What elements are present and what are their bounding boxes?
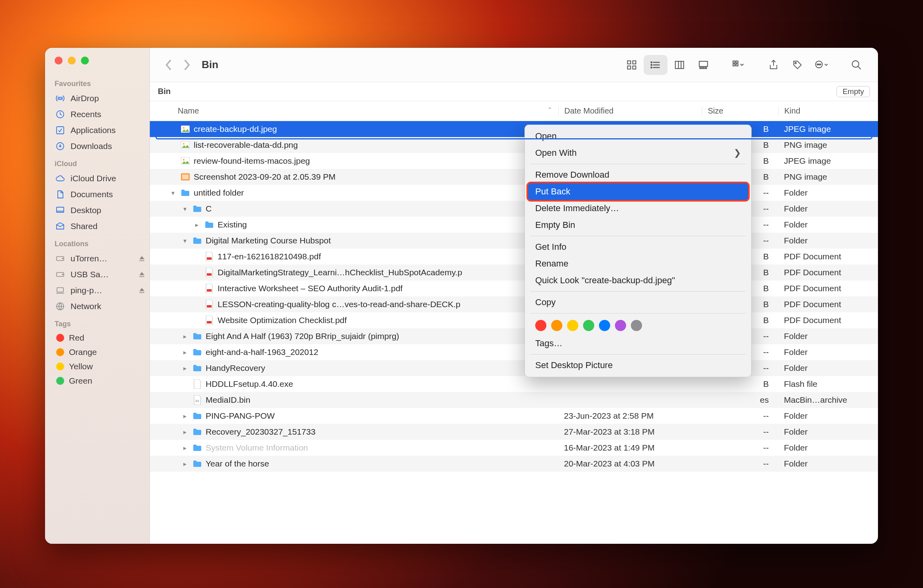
file-row[interactable]: ▸HandyRecovery--Folder <box>150 360 878 376</box>
disk-icon <box>55 269 66 280</box>
ctx-rename[interactable]: Rename <box>525 255 751 272</box>
downloads-icon <box>55 141 66 152</box>
disclosure-triangle-icon[interactable]: ▸ <box>181 428 189 436</box>
action-menu-button[interactable] <box>809 55 833 75</box>
sidebar-item-shared[interactable]: Shared <box>45 218 149 234</box>
sidebar-item-utorren-[interactable]: uTorren… <box>45 251 149 267</box>
file-row[interactable]: Interactive Worksheet – SEO Authority Au… <box>150 280 878 296</box>
file-row[interactable]: ▾C--Folder <box>150 201 878 217</box>
disclosure-triangle-icon[interactable]: ▸ <box>181 444 189 452</box>
disclosure-triangle-icon[interactable]: ▸ <box>181 460 189 468</box>
disclosure-triangle-icon[interactable]: ▸ <box>181 333 189 340</box>
svg-rect-53 <box>207 321 212 323</box>
zoom-window-button[interactable] <box>81 57 89 65</box>
file-list[interactable]: create-backup-dd.jpegBJPEG imagelist-rec… <box>150 121 878 544</box>
sidebar-item-desktop[interactable]: Desktop <box>45 202 149 218</box>
file-row[interactable]: ▸Year of the horse20-Mar-2023 at 4:03 PM… <box>150 456 878 472</box>
view-columns-button[interactable] <box>668 55 691 75</box>
file-row[interactable]: review-found-items-macos.jpegBJPEG image <box>150 153 878 169</box>
file-row[interactable]: ▸eight-and-a-half-1963_202012--Folder <box>150 344 878 360</box>
file-row[interactable]: DigitalMarketingStrategy_Learni…hCheckli… <box>150 265 878 280</box>
ctx-copy[interactable]: Copy <box>525 294 751 311</box>
group-by-button[interactable] <box>727 55 750 75</box>
sidebar-item-documents[interactable]: Documents <box>45 186 149 202</box>
view-icons-button[interactable] <box>620 55 644 75</box>
column-header-name[interactable]: Nameˆ <box>150 106 558 116</box>
tag-color-swatch[interactable] <box>551 320 562 331</box>
file-kind: Folder <box>778 347 878 357</box>
sidebar-item-usb-sa-[interactable]: USB Sa… <box>45 267 149 282</box>
file-kind: Folder <box>778 459 878 468</box>
disclosure-triangle-icon[interactable]: ▾ <box>169 189 177 197</box>
svg-rect-15 <box>628 66 631 69</box>
sidebar-item-icloud-drive[interactable]: iCloud Drive <box>45 171 149 186</box>
disclosure-triangle-icon[interactable]: ▾ <box>181 205 189 213</box>
sidebar-tag-green[interactable]: Green <box>45 374 149 388</box>
disclosure-triangle-icon[interactable]: ▾ <box>181 237 189 245</box>
tag-color-swatch[interactable] <box>631 320 642 331</box>
ctx-delete-immediately[interactable]: Delete Immediately… <box>525 200 751 217</box>
file-row[interactable]: HDDLLFsetup.4.40.exeBFlash file <box>150 376 878 392</box>
view-gallery-button[interactable] <box>691 55 715 75</box>
file-row[interactable]: 117-en-1621618210498.pdfBPDF Document <box>150 249 878 265</box>
tag-color-swatch[interactable] <box>599 320 610 331</box>
ctx-quick-look[interactable]: Quick Look "create-backup-dd.jpeg" <box>525 272 751 289</box>
tag-color-swatch[interactable] <box>615 320 626 331</box>
sidebar-item-applications[interactable]: Applications <box>45 122 149 138</box>
svg-rect-29 <box>705 67 707 69</box>
ctx-tags[interactable]: Tags… <box>525 335 751 352</box>
sidebar-item-recents[interactable]: Recents <box>45 106 149 122</box>
file-row[interactable]: LESSON-creating-quality-blog c…ves-to-re… <box>150 296 878 312</box>
search-button[interactable] <box>844 55 868 75</box>
file-row[interactable]: Website Optimization Checklist.pdfBPDF D… <box>150 312 878 328</box>
column-header-kind[interactable]: Kind <box>778 106 878 116</box>
column-header-size[interactable]: Size <box>702 106 778 116</box>
file-row[interactable]: ▸System Volume Information16-Mar-2023 at… <box>150 440 878 456</box>
disk-icon <box>55 253 66 264</box>
disclosure-triangle-icon[interactable]: ▸ <box>181 349 189 356</box>
ctx-remove-download[interactable]: Remove Download <box>525 167 751 183</box>
sidebar-item-downloads[interactable]: Downloads <box>45 138 149 154</box>
view-list-button[interactable] <box>644 55 668 75</box>
tags-button[interactable] <box>786 55 809 75</box>
sidebar-item-network[interactable]: Network <box>45 298 149 314</box>
svg-rect-10 <box>57 288 63 292</box>
close-window-button[interactable] <box>55 57 63 65</box>
ctx-set-desktop-picture[interactable]: Set Desktop Picture <box>525 357 751 374</box>
file-row[interactable]: ▾Digital Marketing Course Hubspot--Folde… <box>150 233 878 249</box>
eject-icon[interactable] <box>138 287 145 294</box>
sidebar-tag-yellow[interactable]: Yellow <box>45 359 149 374</box>
forward-button[interactable] <box>178 56 196 74</box>
ctx-put-back[interactable]: Put Back <box>528 183 748 200</box>
back-button[interactable] <box>159 56 178 74</box>
ctx-open[interactable]: Open <box>525 128 751 145</box>
file-row[interactable]: ▸PING-PANG-POW23-Jun-2023 at 2:58 PM--Fo… <box>150 408 878 424</box>
file-row[interactable]: ▸Existing--Folder <box>150 217 878 233</box>
minimize-window-button[interactable] <box>68 57 76 65</box>
sidebar-item-ping-p-[interactable]: ping-p… <box>45 282 149 298</box>
sidebar-item-airdrop[interactable]: AirDrop <box>45 90 149 106</box>
ctx-get-info[interactable]: Get Info <box>525 239 751 255</box>
file-row[interactable]: ▾untitled folder--Folder <box>150 185 878 201</box>
tag-color-swatch[interactable] <box>567 320 578 331</box>
column-header-date[interactable]: Date Modified <box>558 106 702 116</box>
sidebar-tag-orange[interactable]: Orange <box>45 345 149 359</box>
disclosure-triangle-icon[interactable]: ▸ <box>193 221 201 229</box>
file-row[interactable]: ▸Eight And A Half (1963) 720p BRrip_suja… <box>150 328 878 344</box>
eject-icon[interactable] <box>138 255 145 262</box>
sidebar-tag-red[interactable]: Red <box>45 331 149 345</box>
ctx-open-with[interactable]: Open With❯ <box>525 145 751 161</box>
file-row[interactable]: 01MediaID.binesMacBin…archive <box>150 392 878 408</box>
disclosure-triangle-icon[interactable]: ▸ <box>181 365 189 372</box>
file-row[interactable]: ▸Recovery_20230327_15173327-Mar-2023 at … <box>150 424 878 440</box>
eject-icon[interactable] <box>138 271 145 278</box>
tag-color-swatch[interactable] <box>583 320 594 331</box>
tag-color-swatch[interactable] <box>535 320 546 331</box>
ctx-empty-bin[interactable]: Empty Bin <box>525 217 751 233</box>
file-row[interactable]: list-recoverable-data-dd.pngBPNG image <box>150 137 878 153</box>
empty-trash-button[interactable]: Empty <box>837 86 870 97</box>
file-row[interactable]: Screenshot 2023-09-20 at 2.05.39 PMBPNG … <box>150 169 878 185</box>
file-row[interactable]: create-backup-dd.jpegBJPEG image <box>150 121 878 137</box>
share-button[interactable] <box>762 55 786 75</box>
disclosure-triangle-icon[interactable]: ▸ <box>181 412 189 420</box>
